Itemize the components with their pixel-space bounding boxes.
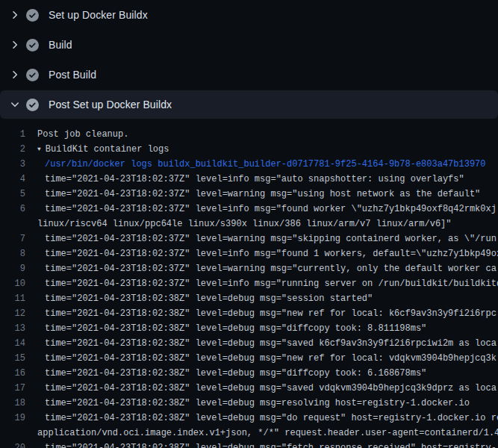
log-line-number (0, 426, 25, 441)
log-line-number[interactable]: 10 (0, 276, 25, 291)
log-text: time="2021-04-23T18:02:38Z" level=debug … (45, 336, 497, 351)
log-text: time="2021-04-23T18:02:38Z" level=debug … (45, 396, 470, 411)
log-line: 14time="2021-04-23T18:02:38Z" level=debu… (0, 336, 498, 351)
log-text: time="2021-04-23T18:02:37Z" level=info m… (45, 202, 497, 217)
log-line: 17time="2021-04-23T18:02:38Z" level=debu… (0, 381, 498, 396)
log-line: 13time="2021-04-23T18:02:38Z" level=debu… (0, 321, 498, 336)
log-text: time="2021-04-23T18:02:38Z" level=debug … (45, 306, 497, 321)
log-line: 11time="2021-04-23T18:02:38Z" level=debu… (0, 291, 498, 306)
log-line-number[interactable]: 14 (0, 336, 25, 351)
log-line-number[interactable]: 1 (0, 127, 25, 142)
chevron-down-icon (9, 99, 21, 111)
chevron-right-icon (9, 69, 21, 81)
log-line-number (0, 217, 25, 231)
log-line-number[interactable]: 6 (0, 202, 25, 217)
log-line: 12time="2021-04-23T18:02:38Z" level=debu… (0, 306, 498, 321)
workflow-log-panel: Set up Docker BuildxBuildPost BuildPost … (0, 0, 498, 448)
log-line-number[interactable]: 4 (0, 172, 25, 187)
log-line: 3/usr/bin/docker logs buildx_buildkit_bu… (0, 157, 498, 172)
triangle-down-marker[interactable]: ▼ (37, 142, 41, 157)
chevron-right-icon (9, 9, 21, 21)
log-line: 9time="2021-04-23T18:02:37Z" level=warni… (0, 261, 498, 276)
log-text: time="2021-04-23T18:02:37Z" level=info m… (45, 246, 498, 261)
log-text: time="2021-04-23T18:02:38Z" level=debug … (45, 411, 498, 426)
step-row-post-build[interactable]: Post Build (0, 60, 498, 90)
log-line-number[interactable]: 2 (0, 142, 25, 157)
log-text: time="2021-04-23T18:02:38Z" level=debug … (45, 321, 426, 336)
log-line: 6time="2021-04-23T18:02:37Z" level=info … (0, 202, 498, 217)
log-line: 16time="2021-04-23T18:02:38Z" level=debu… (0, 366, 498, 381)
log-line: 15time="2021-04-23T18:02:38Z" level=debu… (0, 351, 498, 366)
step-row-set-up-docker-buildx[interactable]: Set up Docker Buildx (0, 0, 498, 30)
log-text: time="2021-04-23T18:02:38Z" level=debug … (45, 366, 426, 381)
step-title: Post Build (49, 69, 96, 81)
check-circle-icon (26, 9, 39, 22)
log-line-number[interactable]: 7 (0, 231, 25, 246)
log-text: time="2021-04-23T18:02:38Z" level=debug … (45, 351, 497, 366)
steps-list: Set up Docker BuildxBuildPost BuildPost … (0, 0, 498, 119)
log-command-text: /usr/bin/docker logs buildx_buildkit_bui… (45, 157, 486, 172)
log-text: time="2021-04-23T18:02:37Z" level=warnin… (45, 261, 497, 276)
log-line-number[interactable]: 3 (0, 157, 25, 172)
chevron-right-icon (9, 39, 21, 51)
log-line-number[interactable]: 20 (0, 441, 25, 448)
log-text: ▼BuildKit container logs (37, 142, 169, 157)
log-text: Post job cleanup. (37, 127, 128, 142)
log-line: 1Post job cleanup. (0, 127, 498, 142)
log-line-number[interactable]: 19 (0, 411, 25, 426)
log-line: 18time="2021-04-23T18:02:38Z" level=debu… (0, 396, 498, 411)
step-row-build[interactable]: Build (0, 30, 498, 60)
log-line-number[interactable]: 13 (0, 321, 25, 336)
log-line-number[interactable]: 5 (0, 187, 25, 202)
log-text: time="2021-04-23T18:02:37Z" level=info m… (45, 172, 464, 187)
log-line-number[interactable]: 17 (0, 381, 25, 396)
log-line: 20time="2021-04-23T18:02:38Z" level=debu… (0, 441, 498, 448)
check-circle-icon (26, 69, 39, 81)
log-text: application/vnd.oci.image.index.v1+json,… (37, 426, 498, 441)
check-circle-icon (26, 99, 39, 111)
log-text: time="2021-04-23T18:02:37Z" level=warnin… (45, 187, 480, 202)
log-line: 19time="2021-04-23T18:02:38Z" level=debu… (0, 411, 498, 426)
log-line-number[interactable]: 11 (0, 291, 25, 306)
log-line: 7time="2021-04-23T18:02:37Z" level=warni… (0, 231, 498, 246)
log-line: 8time="2021-04-23T18:02:37Z" level=info … (0, 246, 498, 261)
log-line-number[interactable]: 12 (0, 306, 25, 321)
log-group-title: BuildKit container logs (46, 144, 169, 155)
log-container: 1Post job cleanup.2▼BuildKit container l… (0, 119, 498, 448)
log-text: linux/riscv64 linux/ppc64le linux/s390x … (37, 217, 452, 231)
check-circle-icon (26, 39, 39, 52)
log-line: 4time="2021-04-23T18:02:37Z" level=info … (0, 172, 498, 187)
step-title: Post Set up Docker Buildx (49, 99, 172, 111)
log-line: 10time="2021-04-23T18:02:37Z" level=info… (0, 276, 498, 291)
log-text: time="2021-04-23T18:02:38Z" level=debug … (45, 441, 497, 448)
step-row-post-set-up-docker-buildx[interactable]: Post Set up Docker Buildx (0, 90, 498, 119)
log-text: time="2021-04-23T18:02:37Z" level=info m… (45, 276, 498, 291)
log-line-continuation: application/vnd.oci.image.index.v1+json,… (0, 426, 498, 441)
step-title: Set up Docker Buildx (49, 9, 148, 21)
log-line-number[interactable]: 16 (0, 366, 25, 381)
log-text: time="2021-04-23T18:02:37Z" level=warnin… (45, 231, 497, 246)
log-line-number[interactable]: 18 (0, 396, 25, 411)
log-line-number[interactable]: 15 (0, 351, 25, 366)
step-title: Build (49, 39, 72, 51)
log-text: time="2021-04-23T18:02:38Z" level=debug … (45, 381, 497, 396)
log-line-number[interactable]: 8 (0, 246, 25, 261)
log-line: 5time="2021-04-23T18:02:37Z" level=warni… (0, 187, 498, 202)
log-text: time="2021-04-23T18:02:38Z" level=debug … (45, 291, 373, 306)
log-line-number[interactable]: 9 (0, 261, 25, 276)
log-line-continuation: linux/riscv64 linux/ppc64le linux/s390x … (0, 217, 498, 231)
log-line: 2▼BuildKit container logs (0, 142, 498, 157)
